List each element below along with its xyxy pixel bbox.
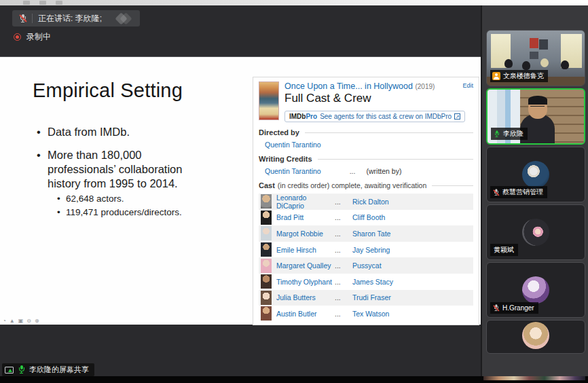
participant-name-badge: 黄颖斌 (490, 244, 518, 256)
actor-link[interactable]: Margot Robbie (276, 230, 335, 238)
participant-avatar (522, 322, 549, 349)
actor-photo[interactable] (261, 259, 272, 273)
actor-photo[interactable] (261, 194, 272, 208)
character-link[interactable]: James Stacy (352, 278, 393, 286)
window-control-mark (23, 1, 30, 5)
screen-share-label: 李欣隆的屏幕共享 (29, 365, 89, 375)
actor-photo[interactable] (261, 226, 272, 240)
actor-link[interactable]: Brad Pitt (276, 213, 335, 221)
credit-dots: ... (350, 167, 356, 175)
actor-link[interactable]: Margaret Qualley (276, 261, 335, 270)
pen-tool-icon[interactable]: ◔ (3, 318, 6, 324)
character-link[interactable]: Trudi Fraser (352, 293, 391, 302)
director-link[interactable]: Quentin Tarantino (265, 141, 473, 149)
meeting-logo-watermark-icon (117, 14, 130, 23)
shared-screen-area: 正在讲话: 李欣隆; 录制中 Empirical Setting Data fr… (0, 5, 481, 376)
slide-grid-icon[interactable]: ▣ (18, 318, 24, 324)
record-icon (14, 33, 21, 41)
pointer-tool-icon[interactable]: ▲ (10, 318, 15, 324)
next-participant-video-sliver (483, 376, 585, 380)
zoom-in-icon[interactable]: ⊕ (35, 318, 39, 324)
character-link[interactable]: Cliff Booth (352, 213, 385, 221)
sub-bullet-item: 119,471 producers/directors. (56, 206, 202, 219)
participant-avatar (522, 219, 549, 246)
actor-photo[interactable] (261, 274, 272, 289)
movie-year: (2019) (415, 83, 435, 90)
directed-by-heading: Directed by (259, 128, 299, 136)
active-speaker-label: 正在讲话: 李欣隆; (38, 13, 102, 24)
recording-indicator: 录制中 (14, 31, 51, 43)
credit-dots: ... (335, 310, 352, 318)
window-control-mark (39, 1, 46, 5)
participant-name: 文泉楼德鲁克 (503, 71, 544, 81)
cast-heading-row: Cast (in credits order) complete, awaiti… (259, 181, 473, 189)
cast-row: Julia Butters ... Trudi Fraser (259, 290, 473, 306)
character-link[interactable]: Pussycat (352, 261, 382, 270)
participant-name: H.Granger (502, 304, 534, 312)
writer-role: (written by) (366, 167, 401, 175)
participant-avatar (522, 161, 549, 188)
imdbpro-badge[interactable]: IMDbPro See agents for this cast & crew … (284, 111, 465, 122)
imdbpro-logo: IMDb (289, 113, 306, 120)
window-control-mark (56, 1, 62, 5)
participant-avatar (522, 276, 549, 304)
divider (305, 132, 473, 133)
cast-heading: Cast (259, 181, 275, 189)
participant-name-badge: 文泉楼德鲁克 (490, 70, 548, 82)
actor-photo[interactable] (261, 306, 272, 321)
character-link[interactable]: Tex Watson (352, 310, 389, 318)
cast-row: Leonardo DiCaprio ... Rick Dalton (259, 194, 473, 210)
cast-note: (in credits order) complete, awaiting ve… (278, 181, 426, 189)
participant-strip[interactable]: 文泉楼德鲁克 李欣隆 蔡慧营销管理 (481, 5, 588, 376)
mic-muted-icon (19, 14, 26, 23)
writer-link[interactable]: Quentin Tarantino (265, 167, 321, 175)
participant-name-badge: 蔡慧营销管理 (490, 186, 547, 198)
cast-row: Emile Hirsch ... Jay Sebring (259, 242, 473, 258)
divider (32, 14, 33, 23)
participant-tile[interactable]: 蔡慧营销管理 (486, 147, 585, 202)
participant-name-badge: H.Granger (490, 302, 538, 314)
divider (318, 159, 473, 160)
actor-link[interactable]: Julia Butters (276, 293, 335, 302)
participant-tile[interactable]: 文泉楼德鲁克 (486, 30, 585, 86)
credit-dots: ... (335, 213, 352, 221)
mic-muted-icon (493, 189, 499, 196)
actor-link[interactable]: Emile Hirsch (276, 246, 335, 254)
cast-row: Margot Robbie ... Sharon Tate (259, 225, 473, 242)
character-link[interactable]: Rick Dalton (352, 198, 389, 206)
actor-photo[interactable] (261, 242, 272, 257)
actor-link[interactable]: Leonardo DiCaprio (276, 194, 335, 210)
participant-tile[interactable]: 黄颖斌 (486, 204, 585, 260)
writing-credits-heading: Writing Credits (259, 155, 312, 163)
participant-tile[interactable]: H.Granger (486, 262, 585, 318)
external-link-icon: ↗ (454, 113, 460, 120)
credit-dots: ... (335, 293, 352, 302)
zoom-out-icon[interactable]: ⊖ (26, 318, 31, 324)
cast-row: Margaret Qualley ... Pussycat (259, 257, 473, 274)
recording-label: 录制中 (26, 31, 51, 43)
actor-link[interactable]: Austin Butler (276, 310, 335, 318)
participant-tile-partial[interactable] (486, 320, 585, 354)
character-link[interactable]: Sharon Tate (352, 230, 390, 238)
bullet-item: Data from IMDb. (35, 125, 202, 139)
underlying-window-edge (0, 0, 588, 5)
sub-bullet-item: 62,648 actors. (56, 192, 202, 206)
actor-link[interactable]: Timothy Olyphant (276, 278, 335, 286)
participant-name: 蔡慧营销管理 (502, 187, 543, 197)
credit-dots: ... (335, 246, 352, 254)
screen-share-banner: 李欣隆的屏幕共享 (2, 363, 94, 376)
imdb-header: Once Upon a Time... in Hollywood (2019) … (259, 81, 473, 122)
bottom-edge-bar (0, 376, 588, 383)
participant-tile-active-speaker[interactable]: 李欣隆 (486, 88, 585, 145)
writing-credits-heading-row: Writing Credits (259, 155, 473, 163)
character-link[interactable]: Jay Sebring (352, 246, 390, 254)
actor-photo[interactable] (261, 211, 272, 225)
imdb-header-text: Once Upon a Time... in Hollywood (2019) … (284, 81, 465, 122)
movie-title-link[interactable]: Once Upon a Time... in Hollywood (284, 81, 413, 91)
edit-link[interactable]: Edit (462, 82, 473, 89)
imdbpro-link-text[interactable]: See agents for this cast & crew on IMDbP… (320, 113, 452, 120)
credit-dots: ... (335, 278, 352, 286)
movie-poster[interactable] (259, 81, 279, 120)
actor-photo[interactable] (261, 291, 272, 305)
credit-dots: ... (335, 198, 352, 206)
